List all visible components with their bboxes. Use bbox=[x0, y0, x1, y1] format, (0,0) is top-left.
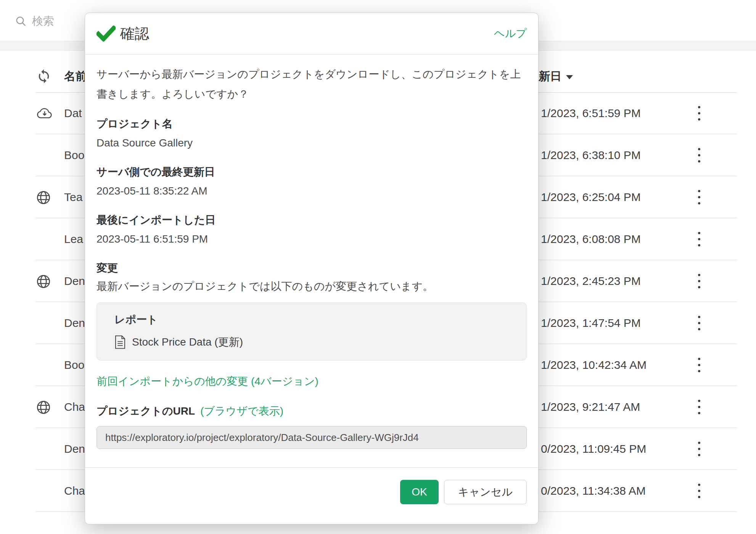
project-name: Cha bbox=[64, 400, 85, 413]
confirm-message-line2: 書きします。よろしいですか？ bbox=[97, 84, 527, 104]
project-name-value: Data Source Gallery bbox=[97, 136, 527, 150]
dialog-title: 確認 bbox=[120, 24, 149, 43]
project-name: Tea bbox=[64, 191, 82, 204]
server-updated-label: サーバ側での最終更新日 bbox=[97, 165, 527, 179]
globe-icon bbox=[35, 190, 54, 205]
project-updated-date: 1/2023, 6:08:08 PM bbox=[541, 233, 641, 246]
row-status-icon bbox=[35, 148, 54, 163]
row-status-icon bbox=[35, 357, 54, 373]
changes-box-heading: レポート bbox=[114, 313, 509, 327]
dialog-body: サーバーから最新バージョンのプロジェクトをダウンロードし、このプロジェクトを上 … bbox=[85, 55, 538, 449]
check-icon bbox=[97, 26, 116, 42]
server-updated-value: 2023-05-11 8:35:22 AM bbox=[97, 184, 527, 198]
help-link[interactable]: ヘルプ bbox=[494, 26, 527, 41]
dialog-header: 確認 ヘルプ bbox=[85, 13, 538, 55]
project-name: Den bbox=[64, 317, 85, 330]
globe-icon bbox=[35, 273, 54, 289]
project-name: Boo bbox=[64, 149, 84, 162]
project-updated-date: 1/2023, 6:25:04 PM bbox=[541, 191, 641, 204]
globe-icon bbox=[35, 399, 54, 415]
row-status-icon bbox=[35, 315, 54, 331]
updated-column-header[interactable]: 新日 bbox=[539, 69, 573, 84]
row-menu-button[interactable] bbox=[695, 274, 704, 288]
row-status-icon bbox=[35, 483, 54, 499]
confirm-message: サーバーから最新バージョンのプロジェクトをダウンロードし、このプロジェクトを上 … bbox=[97, 64, 527, 104]
project-name: Dat bbox=[64, 107, 82, 120]
changed-report-item: Stock Price Data (更新) bbox=[114, 335, 509, 349]
cancel-button[interactable]: キャンセル bbox=[444, 480, 527, 504]
row-menu-button[interactable] bbox=[695, 442, 704, 456]
project-name: Den bbox=[64, 442, 85, 455]
report-document-icon bbox=[114, 335, 126, 349]
project-url-field[interactable]: https://exploratory.io/project/explorato… bbox=[97, 426, 527, 449]
changes-box: レポート Stock Price Data (更新) bbox=[97, 302, 527, 360]
project-updated-date: 1/2023, 6:51:59 PM bbox=[541, 107, 641, 120]
project-updated-date: 1/2023, 9:21:47 AM bbox=[541, 400, 640, 413]
search-icon bbox=[15, 16, 27, 27]
project-name: Lea bbox=[64, 233, 83, 246]
row-menu-button[interactable] bbox=[695, 358, 704, 372]
projects-page: 検索 名前 新日 bbox=[0, 0, 756, 534]
confirm-message-line1: サーバーから最新バージョンのプロジェクトをダウンロードし、このプロジェクトを上 bbox=[97, 64, 527, 84]
sort-desc-icon bbox=[566, 75, 573, 79]
row-menu-button[interactable] bbox=[695, 232, 704, 246]
confirm-dialog: 確認 ヘルプ サーバーから最新バージョンのプロジェクトをダウンロードし、このプロ… bbox=[85, 13, 539, 524]
row-status-icon bbox=[35, 232, 54, 247]
name-column-header[interactable]: 名前 bbox=[64, 69, 87, 84]
project-url-label: プロジェクトのURL bbox=[97, 404, 195, 418]
project-name-label: プロジェクト名 bbox=[97, 117, 527, 131]
project-url-row: プロジェクトのURL (ブラウザで表示) bbox=[97, 404, 527, 418]
project-name: Den bbox=[64, 275, 85, 288]
project-updated-date: 0/2023, 11:34:38 AM bbox=[541, 484, 646, 497]
project-updated-date: 0/2023, 11:09:45 PM bbox=[541, 442, 646, 455]
row-menu-button[interactable] bbox=[695, 148, 704, 162]
row-menu-button[interactable] bbox=[695, 190, 704, 204]
changes-description: 最新バージョンのプロジェクトでは以下のものが変更されています。 bbox=[97, 280, 527, 293]
last-import-label: 最後にインポートした日 bbox=[97, 213, 527, 227]
other-changes-link[interactable]: 前回インポートからの他の変更 (4バージョン) bbox=[97, 374, 318, 389]
changed-report-name: Stock Price Data (更新) bbox=[132, 335, 243, 349]
project-updated-date: 1/2023, 6:38:10 PM bbox=[541, 149, 641, 162]
project-name: Cha bbox=[64, 484, 85, 497]
search-input[interactable]: 検索 bbox=[15, 14, 54, 29]
project-updated-date: 1/2023, 2:45:23 PM bbox=[541, 275, 641, 288]
changes-label: 変更 bbox=[97, 261, 527, 275]
dialog-footer: OK キャンセル bbox=[85, 467, 538, 516]
project-updated-date: 1/2023, 1:47:54 PM bbox=[541, 317, 641, 330]
cloud-download-icon bbox=[35, 106, 54, 121]
project-name: Boo bbox=[64, 359, 84, 372]
project-updated-date: 1/2023, 10:42:34 AM bbox=[541, 359, 647, 372]
search-placeholder: 検索 bbox=[32, 14, 54, 29]
row-menu-button[interactable] bbox=[695, 484, 704, 498]
open-in-browser-link[interactable]: (ブラウザで表示) bbox=[200, 404, 283, 418]
row-menu-button[interactable] bbox=[695, 106, 704, 121]
last-import-value: 2023-05-11 6:51:59 PM bbox=[97, 232, 527, 246]
updated-column-header-label: 新日 bbox=[539, 69, 561, 84]
ok-button[interactable]: OK bbox=[400, 480, 438, 504]
row-menu-button[interactable] bbox=[695, 316, 704, 330]
sync-status-icon bbox=[36, 69, 51, 84]
row-menu-button[interactable] bbox=[695, 400, 704, 414]
row-status-icon bbox=[35, 441, 54, 457]
